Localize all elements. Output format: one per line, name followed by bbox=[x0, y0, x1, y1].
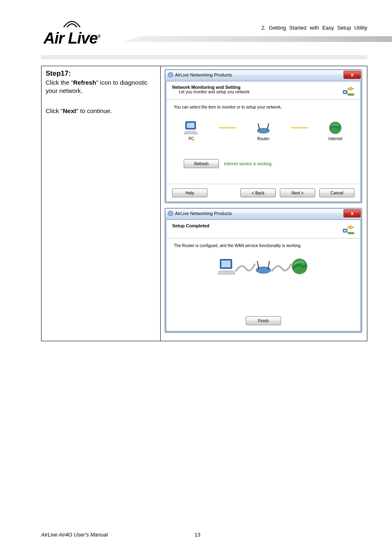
app-icon bbox=[168, 72, 173, 78]
help-button[interactable]: Help bbox=[172, 188, 208, 197]
divider-bar bbox=[41, 55, 367, 59]
svg-rect-12 bbox=[344, 230, 346, 231]
instruction-line-1: Click the "Refresh" icon to diagnostic y… bbox=[46, 79, 156, 95]
network-config-icon bbox=[342, 85, 355, 97]
airlive-logo: Air Live® bbox=[29, 20, 115, 47]
pc-icon bbox=[184, 120, 199, 136]
internet-node[interactable]: Internet bbox=[327, 120, 343, 141]
completed-diagram bbox=[174, 257, 353, 276]
close-button[interactable]: x bbox=[344, 71, 361, 79]
globe-icon bbox=[327, 120, 343, 136]
network-config-icon bbox=[342, 223, 355, 236]
footer-manual-title: AirLive Air4G User's Manual bbox=[41, 532, 108, 538]
internet-status-text: Internet service is working. bbox=[224, 162, 272, 166]
step-label: Step17: bbox=[46, 69, 156, 78]
finish-button[interactable]: Finish bbox=[246, 316, 281, 325]
svg-point-10 bbox=[168, 211, 173, 216]
dialog1-title: AirLive Networking Products bbox=[175, 72, 344, 77]
link-icon bbox=[271, 259, 292, 274]
screenshots-column: AirLive Networking Products x Network Mo… bbox=[161, 66, 367, 341]
wifi-arc-icon bbox=[60, 20, 84, 30]
router-icon bbox=[254, 257, 273, 276]
instruction-column: Step17: Click the "Refresh" icon to diag… bbox=[42, 66, 161, 341]
refresh-button[interactable]: Refresh bbox=[184, 159, 219, 168]
svg-rect-3 bbox=[348, 94, 354, 95]
close-button[interactable]: x bbox=[344, 209, 361, 217]
breadcrumb: 2. Getting Started with Easy Setup Utili… bbox=[261, 25, 367, 31]
dialog2-head-title: Setup Completed bbox=[172, 223, 342, 228]
svg-rect-13 bbox=[348, 232, 354, 234]
dialog1-head-title: Network Monitoring and Setting bbox=[172, 85, 342, 90]
page-footer: AirLive Air4G User's Manual 13 bbox=[41, 532, 367, 538]
svg-rect-15 bbox=[221, 261, 231, 267]
svg-point-0 bbox=[168, 72, 173, 77]
app-icon bbox=[168, 210, 173, 216]
router-node[interactable]: Router bbox=[256, 120, 271, 141]
link-pc-router bbox=[219, 127, 236, 128]
pc-node[interactable]: PC bbox=[184, 120, 199, 141]
globe-icon bbox=[290, 257, 309, 276]
dialog-monitoring: AirLive Networking Products x Network Mo… bbox=[165, 69, 362, 203]
pc-icon bbox=[218, 257, 237, 276]
page-number: 13 bbox=[194, 532, 200, 538]
network-diagram: PC Router bbox=[174, 120, 353, 141]
link-icon bbox=[235, 259, 256, 274]
svg-rect-2 bbox=[344, 91, 346, 93]
content-table: Step17: Click the "Refresh" icon to diag… bbox=[41, 66, 367, 341]
router-icon bbox=[256, 120, 271, 136]
page-header: 2. Getting Started with Easy Setup Utili… bbox=[0, 0, 392, 49]
dialog2-title: AirLive Networking Products bbox=[175, 211, 344, 216]
dialog2-titlebar: AirLive Networking Products x bbox=[165, 208, 362, 219]
header-bar bbox=[123, 36, 392, 42]
dialog-completed: AirLive Networking Products x Setup Comp… bbox=[165, 208, 362, 333]
svg-rect-5 bbox=[187, 123, 194, 128]
dialog1-titlebar: AirLive Networking Products x bbox=[165, 70, 362, 80]
instruction-line-2: Click "Next" to continue. bbox=[46, 107, 156, 115]
dialog1-instruction: You can select the item to monitor or to… bbox=[174, 105, 353, 109]
link-router-internet bbox=[291, 127, 308, 128]
dialog2-header: Setup Completed bbox=[166, 220, 360, 238]
dialog2-instruction: The Router is configued, and the WAN ser… bbox=[174, 243, 353, 248]
dialog1-buttonbar: Help < Back Next > Cancel bbox=[166, 184, 360, 201]
back-button[interactable]: < Back bbox=[240, 188, 276, 197]
next-button[interactable]: Next > bbox=[280, 188, 315, 197]
dialog1-header: Network Monitoring and Setting Let you m… bbox=[166, 81, 360, 100]
dialog1-head-sub: Let you monitor and setup you network bbox=[179, 90, 342, 94]
cancel-button[interactable]: Cancel bbox=[319, 188, 355, 197]
